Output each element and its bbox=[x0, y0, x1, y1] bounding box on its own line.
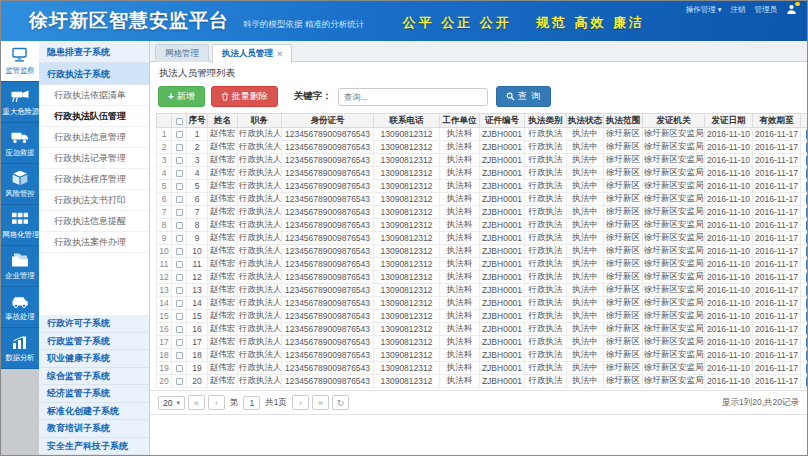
sidebar-module-应急救援[interactable]: 应急救援 bbox=[1, 123, 39, 164]
menu-item-职业健康子系统[interactable]: 职业健康子系统 bbox=[39, 350, 149, 368]
cell-serial-number: 4 bbox=[187, 167, 208, 180]
cell-title: 行政执法人 bbox=[238, 206, 282, 219]
cell-actions: ✎修改✖删除 bbox=[801, 219, 808, 232]
cell-name: 赵伟宏 bbox=[208, 258, 238, 271]
cell-issue-date: 2016-11-10 bbox=[705, 167, 753, 180]
prev-page-button[interactable]: ‹ bbox=[208, 395, 225, 410]
row-checkbox[interactable] bbox=[176, 274, 183, 281]
cell-issue-date: 2016-11-10 bbox=[705, 297, 753, 310]
cell-issue-date: 2016-11-10 bbox=[705, 128, 753, 141]
menu-item-行政执法队伍管理[interactable]: 行政执法队伍管理 bbox=[39, 106, 149, 127]
row-checkbox[interactable] bbox=[176, 326, 183, 333]
select-all-checkbox[interactable] bbox=[176, 118, 183, 125]
cell-cert-number: ZJBH0001 bbox=[480, 180, 525, 193]
row-checkbox[interactable] bbox=[176, 352, 183, 359]
row-checkbox[interactable] bbox=[176, 339, 183, 346]
row-checkbox[interactable] bbox=[176, 378, 183, 385]
current-page-box[interactable]: 1 bbox=[243, 396, 260, 410]
user-icon[interactable] bbox=[786, 4, 797, 15]
page-size-select[interactable]: 20 ▾ bbox=[158, 396, 185, 410]
menu-item-行政执法依据清单[interactable]: 行政执法依据清单 bbox=[39, 85, 149, 106]
batch-delete-button[interactable]: 批量删除 bbox=[211, 86, 278, 107]
row-checkbox[interactable] bbox=[176, 170, 183, 177]
row-checkbox[interactable] bbox=[176, 248, 183, 255]
refresh-button[interactable]: ↻ bbox=[332, 395, 349, 410]
cell-enforcement-status: 执法中 bbox=[567, 297, 604, 310]
cell-issuing-authority: 徐圩新区安监局 bbox=[643, 297, 705, 310]
app-window: 徐圩新区智慧安监平台 科学的模型依据 精准的分析统计 公平 公正 公开 规范 高… bbox=[0, 0, 808, 456]
next-page-button[interactable]: › bbox=[292, 395, 309, 410]
cell-issuing-authority: 徐圩新区安监局 bbox=[643, 232, 705, 245]
row-checkbox[interactable] bbox=[176, 261, 183, 268]
row-checkbox[interactable] bbox=[176, 144, 183, 151]
cell-checkbox bbox=[172, 219, 187, 232]
cell-serial-number: 11 bbox=[187, 258, 208, 271]
close-icon[interactable]: × bbox=[277, 49, 282, 59]
sidebar-module-企业管理[interactable]: 企业管理 bbox=[1, 246, 39, 287]
menu-item-行政执法案件办理[interactable]: 行政执法案件办理 bbox=[39, 232, 149, 253]
row-checkbox[interactable] bbox=[176, 313, 183, 320]
row-checkbox[interactable] bbox=[176, 183, 183, 190]
table-row: 1818赵伟宏行政执法人1234567890098765431309081231… bbox=[157, 349, 808, 362]
module-rail-filler bbox=[1, 369, 39, 455]
cell-enforcement-status: 执法中 bbox=[567, 141, 604, 154]
menu-item-行政执法信息提醒[interactable]: 行政执法信息提醒 bbox=[39, 211, 149, 232]
menu-item-行政执法信息管理[interactable]: 行政执法信息管理 bbox=[39, 127, 149, 148]
logout-link[interactable]: 注销 bbox=[731, 5, 746, 15]
chart-icon bbox=[1, 334, 39, 350]
sidebar-module-监管监察[interactable]: 监管监察 bbox=[1, 41, 39, 82]
cell-phone: 13090812312 bbox=[374, 206, 440, 219]
row-checkbox[interactable] bbox=[176, 365, 183, 372]
operation-manage-menu[interactable]: 操作管理 ▾ bbox=[686, 5, 722, 15]
row-checkbox[interactable] bbox=[176, 157, 183, 164]
table-row: 33赵伟宏行政执法人12345678900987654313090812312执… bbox=[157, 154, 808, 167]
cell-id-card: 123456789009876543 bbox=[282, 375, 374, 388]
cell-issuing-authority: 徐圩新区安监局 bbox=[643, 323, 705, 336]
row-checkbox[interactable] bbox=[176, 222, 183, 229]
menu-item-行政执法子系统[interactable]: 行政执法子系统 bbox=[39, 63, 149, 85]
cell-name: 赵伟宏 bbox=[208, 154, 238, 167]
cell-phone: 13090812312 bbox=[374, 219, 440, 232]
menu-item-行政执法文书打印[interactable]: 行政执法文书打印 bbox=[39, 190, 149, 211]
row-checkbox[interactable] bbox=[176, 287, 183, 294]
menu-item-行政执法记录管理[interactable]: 行政执法记录管理 bbox=[39, 148, 149, 169]
keyword-input[interactable] bbox=[338, 88, 488, 106]
row-checkbox[interactable] bbox=[176, 300, 183, 307]
cell-enforcement-status: 执法中 bbox=[567, 245, 604, 258]
cell-enforcement-category: 行政执法 bbox=[525, 349, 567, 362]
last-page-button[interactable]: » bbox=[312, 395, 329, 410]
search-button[interactable]: 查 询 bbox=[496, 86, 552, 107]
menu-item-标准化创建子系统[interactable]: 标准化创建子系统 bbox=[39, 403, 149, 421]
menu-item-安全生产科技子系统[interactable]: 安全生产科技子系统 bbox=[39, 438, 149, 456]
menu-item-行政监管子系统[interactable]: 行政监管子系统 bbox=[39, 333, 149, 351]
cell-enforcement-status: 执法中 bbox=[567, 323, 604, 336]
tab-执法人员管理[interactable]: 执法人员管理× bbox=[212, 44, 292, 63]
sidebar-module-重大危险源[interactable]: 重大危险源 bbox=[1, 82, 39, 123]
sidebar-module-风险管控[interactable]: 风险管控 bbox=[1, 164, 39, 205]
menu-item-隐患排查子系统[interactable]: 隐患排查子系统 bbox=[39, 41, 149, 63]
cell-enforcement-scope: 徐圩新区 bbox=[604, 128, 643, 141]
sidebar-module-事故处理[interactable]: 事故处理 bbox=[1, 287, 39, 328]
sidebar-module-数据分析[interactable]: 数据分析 bbox=[1, 328, 39, 369]
cell-work-unit: 执法科 bbox=[440, 258, 480, 271]
first-page-button[interactable]: « bbox=[188, 395, 205, 410]
cell-enforcement-category: 行政执法 bbox=[525, 141, 567, 154]
add-button[interactable]: + 新增 bbox=[158, 86, 205, 107]
menu-item-行政执法程序管理[interactable]: 行政执法程序管理 bbox=[39, 169, 149, 190]
row-checkbox[interactable] bbox=[176, 196, 183, 203]
cell-id-card: 123456789009876543 bbox=[282, 219, 374, 232]
cell-valid-until: 2016-11-17 bbox=[753, 297, 801, 310]
menu-item-教育培训子系统[interactable]: 教育培训子系统 bbox=[39, 420, 149, 438]
row-checkbox[interactable] bbox=[176, 235, 183, 242]
row-checkbox[interactable] bbox=[176, 209, 183, 216]
cell-work-unit: 执法科 bbox=[440, 297, 480, 310]
cell-enforcement-category: 行政执法 bbox=[525, 245, 567, 258]
row-checkbox[interactable] bbox=[176, 131, 183, 138]
tab-网格管理[interactable]: 网格管理 bbox=[155, 44, 209, 62]
sidebar-module-网格化管理[interactable]: 网格化管理 bbox=[1, 205, 39, 246]
cell-valid-until: 2016-11-17 bbox=[753, 232, 801, 245]
cell-issuing-authority: 徐圩新区安监局 bbox=[643, 258, 705, 271]
menu-item-综合监管子系统[interactable]: 综合监管子系统 bbox=[39, 368, 149, 386]
menu-item-经济监管子系统[interactable]: 经济监管子系统 bbox=[39, 385, 149, 403]
menu-item-行政许可子系统[interactable]: 行政许可子系统 bbox=[39, 315, 149, 333]
